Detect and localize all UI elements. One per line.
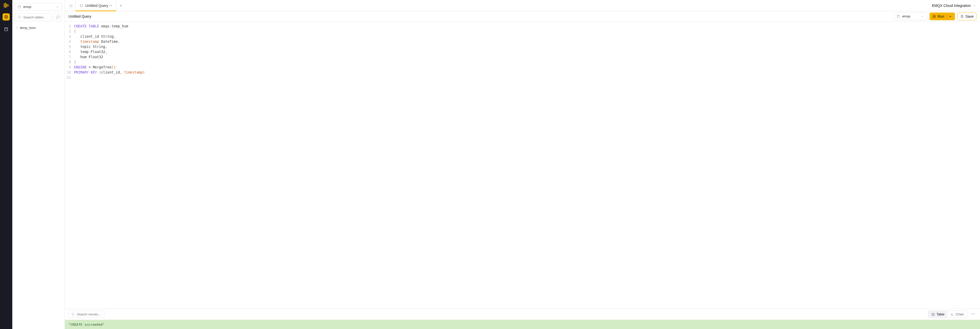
svg-point-11 xyxy=(974,314,975,314)
query-toolbar: Untitled Query emqx Run Save xyxy=(65,11,980,22)
chevron-down-icon xyxy=(56,5,59,9)
chevron-down-icon xyxy=(973,4,977,8)
query-title: Untitled Query xyxy=(68,14,91,19)
results-search-input[interactable] xyxy=(68,310,104,318)
results-view-table[interactable]: Table xyxy=(928,311,947,318)
search-icon xyxy=(18,15,21,19)
search-icon xyxy=(71,313,75,316)
play-icon xyxy=(932,14,936,18)
chevron-right-icon xyxy=(15,26,18,29)
save-button-label: Save xyxy=(966,14,974,19)
table-icon xyxy=(931,313,935,316)
integration-switcher[interactable]: EMQX Cloud Integration xyxy=(932,0,980,11)
nav-dashboards[interactable] xyxy=(3,25,10,33)
app-logo-icon xyxy=(3,3,9,8)
chart-icon xyxy=(951,313,954,316)
chevron-down-icon xyxy=(921,14,924,18)
run-target-selector[interactable]: emqx xyxy=(894,13,927,20)
database-icon xyxy=(18,5,21,9)
refresh-icon xyxy=(56,15,60,19)
run-button-label: Run xyxy=(937,14,944,19)
svg-point-0 xyxy=(5,15,7,16)
results-view-table-label: Table xyxy=(937,312,944,316)
database-selector-value: emqx xyxy=(23,5,32,9)
query-icon xyxy=(80,4,83,8)
add-tab-button[interactable] xyxy=(116,0,126,11)
results-bar: Table Chart xyxy=(65,308,980,320)
run-button-dropdown[interactable] xyxy=(946,14,952,18)
editor-code[interactable]: CREATE TABLE emqx.temp_hum( client_id St… xyxy=(73,24,980,307)
home-icon xyxy=(69,4,73,8)
results-view-toggle: Table Chart xyxy=(928,310,967,318)
nav-sql-console[interactable] xyxy=(3,13,10,21)
svg-point-10 xyxy=(973,314,973,314)
svg-rect-1 xyxy=(5,28,8,31)
search-tables-input[interactable] xyxy=(15,13,52,21)
save-icon xyxy=(960,14,964,18)
editor-gutter: 1234567891011 xyxy=(65,24,73,307)
results-view-chart[interactable]: Chart xyxy=(947,311,967,318)
result-banner: "CREATE succeeded" xyxy=(65,320,980,329)
table-item[interactable]: temp_hum xyxy=(15,25,62,31)
refresh-tables-button[interactable] xyxy=(54,13,62,21)
svg-point-2 xyxy=(18,5,21,6)
database-icon xyxy=(897,14,900,18)
sql-editor[interactable]: 1234567891011 CREATE TABLE emqx.temp_hum… xyxy=(65,22,980,308)
explorer-sidebar: emqx temp_hum xyxy=(12,0,65,329)
query-tab[interactable]: Untitled Query xyxy=(76,0,116,11)
query-tab-label: Untitled Query xyxy=(85,3,108,8)
database-selector[interactable]: emqx xyxy=(15,3,62,11)
table-item-label: temp_hum xyxy=(20,26,36,30)
more-icon xyxy=(971,312,975,316)
save-button[interactable]: Save xyxy=(958,13,977,20)
results-more-menu[interactable] xyxy=(970,310,977,318)
svg-rect-8 xyxy=(932,313,935,315)
results-view-chart-label: Chart xyxy=(956,312,964,316)
integration-switcher-label: EMQX Cloud Integration xyxy=(932,3,971,8)
run-button[interactable]: Run xyxy=(929,13,955,20)
run-target-value: emqx xyxy=(902,14,910,18)
tab-dirty-indicator xyxy=(110,5,112,6)
home-tab[interactable] xyxy=(66,0,76,11)
svg-point-9 xyxy=(972,314,972,314)
svg-point-7 xyxy=(72,313,74,315)
tab-bar: Untitled Query EMQX Cloud Integration xyxy=(65,0,980,11)
svg-point-5 xyxy=(897,15,899,16)
svg-point-3 xyxy=(18,16,20,18)
table-list: temp_hum xyxy=(15,24,62,31)
chevron-down-icon xyxy=(948,14,952,18)
nav-rail xyxy=(0,0,12,329)
main-pane: Untitled Query EMQX Cloud Integration Un… xyxy=(65,0,980,329)
